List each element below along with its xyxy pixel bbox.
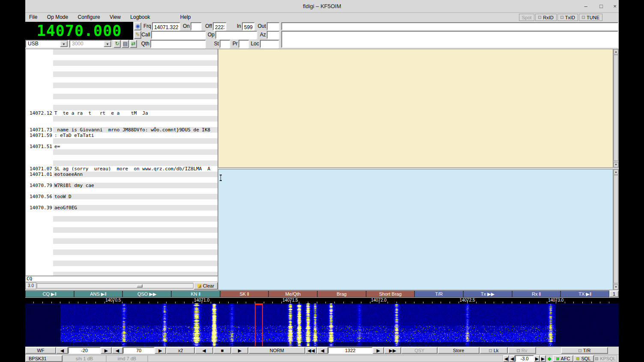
scroll-up-icon[interactable]: ▲: [614, 49, 618, 54]
rx-browser-row[interactable]: [26, 149, 218, 155]
tx-level-down-button[interactable]: ◀: [509, 355, 515, 362]
txrx-toggle[interactable]: T/R: [561, 347, 608, 354]
rx-scrollbar[interactable]: ▲ ▼: [613, 49, 619, 168]
rx-browser-row[interactable]: [26, 222, 218, 227]
rx-browser-row[interactable]: [26, 177, 218, 183]
speed-button[interactable]: NORM: [248, 347, 305, 354]
macro-button-short-brag[interactable]: Short Brag: [366, 291, 415, 297]
tune-button[interactable]: TUNE: [579, 14, 602, 21]
carrier-down-fast-button[interactable]: ◀◀: [305, 347, 317, 354]
slew-left-button[interactable]: ◀: [195, 347, 213, 354]
tx-level-min-button[interactable]: ◀: [503, 355, 509, 362]
op-input[interactable]: [216, 33, 256, 39]
rx-browser-row[interactable]: [26, 188, 218, 194]
rxid-button[interactable]: RxID: [535, 14, 556, 21]
txid-button[interactable]: TxID: [558, 14, 578, 21]
range-up-button[interactable]: ▶: [155, 347, 166, 354]
rx-browser-row[interactable]: [26, 49, 218, 55]
title-bar[interactable]: fldigi – KF5OIM – □ ×: [25, 0, 619, 13]
on-input[interactable]: [191, 24, 201, 31]
menu-file[interactable]: File: [25, 13, 41, 22]
loc-input[interactable]: [261, 42, 278, 48]
rx-browser-row[interactable]: 14071.73 name is Giovanni mrno JM88DVfo:…: [26, 127, 218, 133]
qsy-icon[interactable]: ◉: [134, 22, 141, 30]
slew-stop-button[interactable]: ■: [213, 347, 231, 354]
swap-icon[interactable]: ⇄: [130, 40, 137, 48]
rx-browser-row[interactable]: 14071.01eotoaeeAnn: [26, 172, 218, 177]
tx-scrollbar-thumb[interactable]: [614, 175, 618, 283]
rx-browser-row[interactable]: [26, 77, 218, 83]
macro-button-t-r[interactable]: T/R: [414, 291, 463, 297]
carrier-down-button[interactable]: ◀: [317, 347, 328, 354]
menu-view[interactable]: View: [106, 13, 125, 22]
macro-page-button[interactable]: 1: [609, 291, 619, 297]
rx-browser-row[interactable]: 14071.59: eTaD eTaTati: [26, 133, 218, 138]
macro-button-cq[interactable]: CQ ▶‖: [25, 291, 74, 297]
macro-button-tx[interactable]: Tx ▶▶: [463, 291, 512, 297]
ref-level-up-button[interactable]: ▶: [101, 347, 112, 354]
rx-browser-row[interactable]: [26, 155, 218, 160]
in-input[interactable]: [243, 24, 254, 31]
zoom-button[interactable]: x2: [166, 347, 195, 354]
waterfall-display[interactable]: [25, 303, 619, 346]
rx-browser-row[interactable]: 14071.07SL ag (sorry ureau) more on www.…: [26, 166, 218, 172]
slider-handle[interactable]: [137, 284, 143, 288]
rx-text-area[interactable]: [218, 49, 613, 168]
minimize-button[interactable]: –: [580, 3, 591, 10]
clear-browser-button[interactable]: Clear: [194, 282, 218, 290]
frequency-display[interactable]: 14070.000: [25, 22, 133, 40]
scroll-up-icon[interactable]: ▲: [614, 169, 618, 175]
rx-browser-row[interactable]: [26, 55, 218, 60]
rx-browser-row[interactable]: [26, 122, 218, 127]
rx-browser-row[interactable]: [26, 199, 218, 205]
rx-log-info-field[interactable]: [281, 22, 618, 30]
menu-configure[interactable]: Configure: [74, 13, 104, 22]
tx-text-area[interactable]: [218, 169, 613, 290]
frq-input[interactable]: [153, 24, 179, 31]
close-button[interactable]: ×: [609, 3, 619, 10]
rx-browser-row[interactable]: [26, 255, 218, 261]
rx-browser-row[interactable]: [26, 60, 218, 66]
rx-browser-row[interactable]: [26, 83, 218, 88]
rx-browser-row[interactable]: 14070.39aeoGf0EG: [26, 205, 218, 211]
macro-button-sk[interactable]: SK ‖: [220, 291, 269, 297]
rx-browser-row[interactable]: [26, 244, 218, 249]
wf-mode-button[interactable]: WF: [25, 347, 56, 354]
menu-help[interactable]: Help: [176, 13, 195, 22]
qth-input[interactable]: [151, 42, 205, 48]
store-button[interactable]: Store: [438, 347, 480, 354]
rx-browser-row[interactable]: [26, 99, 218, 105]
macro-button-ans[interactable]: ANS ▶‖: [74, 291, 123, 297]
browser-level-slider[interactable]: [37, 283, 194, 288]
rx-browser-row[interactable]: [26, 261, 218, 266]
carrier-up-fast-button[interactable]: ▶▶: [384, 347, 401, 354]
st-input[interactable]: [221, 42, 230, 48]
menu-logbook[interactable]: Logbook: [126, 13, 154, 22]
macro-button-tx[interactable]: TX ▶‖: [561, 291, 609, 297]
rx-browser-row[interactable]: [26, 105, 218, 110]
sheet-icon[interactable]: ▤: [122, 40, 129, 48]
rx-browser-row[interactable]: 14070.79W7RšBl dmy cae: [26, 183, 218, 188]
carrier-up-button[interactable]: ▶: [373, 347, 384, 354]
rx-browser-row[interactable]: [26, 160, 218, 166]
maximize-button[interactable]: □: [596, 3, 607, 10]
rx-browser-row[interactable]: [26, 249, 218, 255]
pr-input[interactable]: [239, 42, 248, 48]
rx-browser-row[interactable]: [26, 88, 218, 94]
rx-browser-row[interactable]: [26, 266, 218, 272]
sync-icon[interactable]: ↻: [113, 40, 121, 48]
ref-level-down-button[interactable]: ◀: [56, 347, 68, 354]
tx-scrollbar[interactable]: ▲ ▼: [613, 169, 619, 290]
rx-browser-row[interactable]: [26, 211, 218, 216]
macro-button-me-qth[interactable]: Me/Qth: [268, 291, 317, 297]
bandwidth-selector[interactable]: 3000 ▼: [69, 40, 112, 48]
rx-browser-row[interactable]: [26, 116, 218, 122]
reverse-toggle[interactable]: Rv: [508, 347, 536, 354]
rx-browser-row[interactable]: [26, 216, 218, 222]
scroll-down-icon[interactable]: ▼: [614, 285, 618, 290]
slew-right-button[interactable]: ▶: [231, 347, 248, 354]
rx-browser-row[interactable]: 14071.51e=: [26, 144, 218, 149]
rx-browser-row[interactable]: 14072.12T te a ra t rt e a tM Ja: [26, 110, 218, 116]
az-input[interactable]: [268, 33, 279, 39]
macro-button-qso[interactable]: QSO ▶▶: [122, 291, 171, 297]
